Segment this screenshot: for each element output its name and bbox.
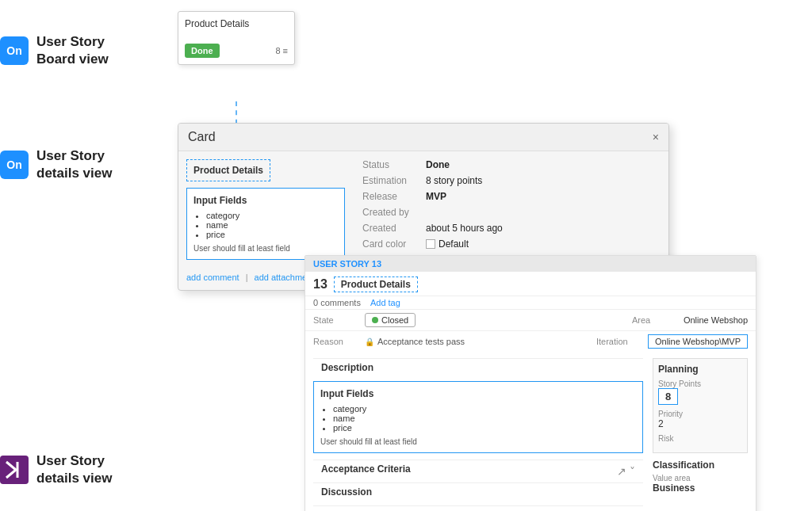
list-item: category	[206, 211, 338, 220]
input-fields-title-story: Input Fields	[320, 388, 636, 399]
planning-box: Planning Story Points 8 Priority 2 Risk	[653, 358, 748, 453]
meta-status-row: Status Done	[362, 159, 661, 170]
story-body: Description Input Fields category name p…	[305, 352, 756, 511]
story-panel: USER STORY 13 13 Product Details 0 comme…	[304, 255, 756, 511]
input-fields-note-story: User should fill at least field	[320, 437, 636, 446]
card-header: Card ×	[178, 124, 668, 151]
board-card: Product Details Done 8 ≡	[178, 11, 295, 65]
input-fields-title-main: Input Fields	[193, 195, 338, 206]
details-view-section-top: On User Story details view	[0, 147, 112, 182]
on-logo-details-top: On	[0, 151, 29, 179]
state-label: State	[313, 315, 357, 325]
area-label: Area	[632, 315, 676, 325]
story-id-row: 13 Product Details	[305, 272, 756, 296]
details-view-section-bottom: User Story details view	[0, 452, 112, 487]
list-item: price	[206, 230, 338, 239]
close-button[interactable]: ×	[653, 131, 659, 143]
on-logo-board: On	[0, 36, 29, 65]
add-tag-link[interactable]: Add tag	[370, 298, 400, 307]
reason-field: 🔒 Acceptance tests pass	[365, 337, 465, 346]
card-color-label: Card color	[362, 238, 426, 250]
classification-title: Classification	[653, 460, 748, 471]
board-card-title: Product Details	[185, 18, 288, 29]
card-count: 8 ≡	[275, 46, 288, 55]
list-item: name	[206, 220, 338, 230]
value-area-value: Business	[653, 482, 748, 494]
story-right-panel: Planning Story Points 8 Priority 2 Risk …	[653, 358, 748, 511]
reason-label: Reason	[313, 337, 357, 346]
status-closed-badge: Closed	[365, 313, 416, 327]
iteration-label: Iteration	[596, 337, 640, 346]
story-points-field: Story Points 8	[658, 379, 742, 405]
input-fields-list-main: category name price	[206, 211, 338, 239]
discussion-placeholder[interactable]: Add a comment. Use # to link a work item…	[313, 505, 643, 511]
risk-label: Risk	[658, 434, 742, 443]
discussion-section: Discussion	[313, 482, 643, 505]
story-title-box: Product Details	[334, 276, 418, 292]
input-fields-box-main: Input Fields category name price User sh…	[186, 188, 345, 260]
story-points-value: 8	[658, 388, 678, 405]
status-dot	[372, 317, 378, 323]
input-fields-list-story: category name price	[333, 404, 636, 433]
acceptance-heading: Acceptance Criteria	[321, 463, 411, 475]
description-section: Description	[313, 358, 643, 381]
priority-value: 2	[658, 418, 742, 429]
status-value: Done	[426, 159, 450, 170]
story-state-row: State Closed Area Online Webshop	[305, 309, 756, 330]
release-label: Release	[362, 191, 426, 202]
estimation-value: 8 story points	[426, 175, 482, 186]
list-item: price	[333, 423, 636, 433]
iteration-value: Online Webshop\MVP	[648, 334, 748, 349]
lock-icon: 🔒	[365, 337, 374, 346]
vs-logo	[0, 456, 29, 484]
meta-created-row: Created about 5 hours ago	[362, 223, 661, 234]
card-color-value: Default	[426, 238, 469, 250]
story-left-panel: Description Input Fields category name p…	[313, 358, 643, 511]
priority-label: Priority	[658, 410, 742, 418]
risk-field: Risk	[658, 434, 742, 443]
meta-card-color-row: Card color Default	[362, 238, 661, 250]
classification-box: Classification Value area Business	[653, 460, 748, 494]
planning-title: Planning	[658, 364, 742, 375]
story-header-label: USER STORY 13	[313, 259, 381, 269]
story-reason-row: Reason 🔒 Acceptance tests pass Iteration…	[305, 330, 756, 352]
vs-icon	[0, 456, 29, 484]
description-heading: Description	[321, 362, 635, 373]
story-header: USER STORY 13	[305, 256, 756, 272]
input-fields-box-story: Input Fields category name price User sh…	[313, 381, 643, 453]
board-card-footer: Done 8 ≡	[185, 44, 288, 58]
release-value: MVP	[426, 191, 446, 202]
created-by-label: Created by	[362, 207, 426, 218]
done-badge: Done	[185, 44, 220, 58]
story-number: 13	[313, 277, 327, 292]
add-comment-link[interactable]: add comment	[186, 273, 239, 282]
links-separator: |	[246, 273, 248, 282]
area-value: Online Webshop	[684, 315, 748, 325]
value-area-label: Value area	[653, 474, 748, 482]
meta-release-row: Release MVP	[362, 191, 661, 202]
story-points-label: Story Points	[658, 379, 742, 388]
estimation-label: Estimation	[362, 175, 426, 186]
details-view-title-bottom: User Story details view	[36, 452, 112, 487]
meta-estimation-row: Estimation 8 story points	[362, 175, 661, 186]
expand-icon[interactable]: ↗ ˅	[617, 465, 635, 478]
acceptance-criteria-section: Acceptance Criteria ↗ ˅	[313, 460, 643, 482]
discussion-heading: Discussion	[321, 486, 635, 498]
story-comments-row: 0 comments Add tag	[305, 296, 756, 309]
priority-field: Priority 2	[658, 410, 742, 429]
board-view-title: User Story Board view	[36, 33, 109, 68]
card-dialog-title: Card	[188, 130, 216, 144]
comments-count: 0 comments	[313, 298, 361, 307]
meta-created-by-row: Created by	[362, 207, 661, 218]
product-details-label: Product Details	[186, 159, 270, 181]
details-view-title-top: User Story details view	[36, 147, 112, 182]
created-value: about 5 hours ago	[426, 223, 503, 234]
list-item: name	[333, 414, 636, 423]
created-label: Created	[362, 223, 426, 234]
input-fields-note-main: User should fill at least field	[193, 244, 338, 253]
board-view-section: On User Story Board view	[0, 33, 109, 68]
status-label: Status	[362, 159, 426, 170]
list-item: category	[333, 404, 636, 414]
color-swatch	[426, 239, 435, 249]
